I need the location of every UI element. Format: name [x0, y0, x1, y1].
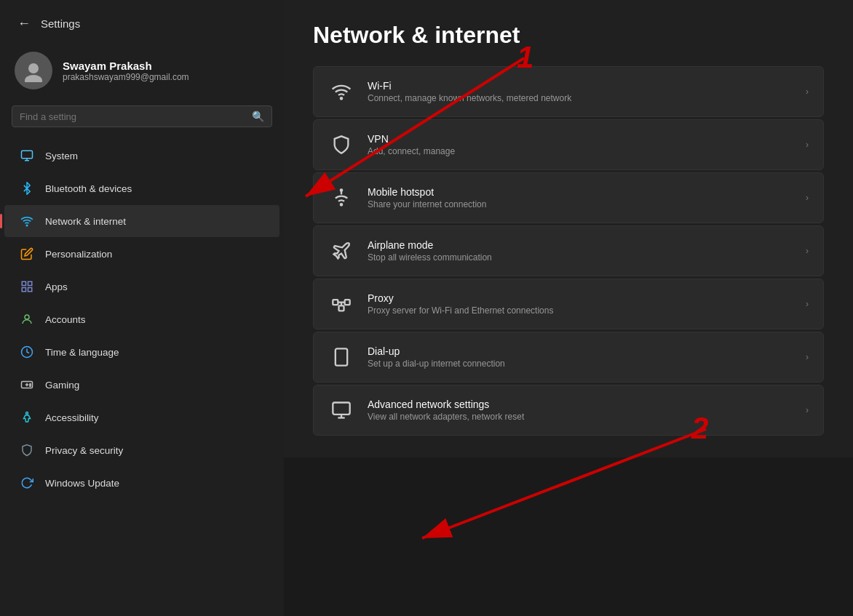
settings-item-text-wifi: Wi-FiConnect, manage known networks, met… — [368, 80, 793, 103]
settings-item-desc-mobile-hotspot: Share your internet connection — [368, 199, 793, 209]
accessibility-icon — [19, 409, 35, 425]
user-profile[interactable]: Swayam Prakash prakashswayam999@gmail.co… — [0, 41, 284, 100]
sidebar-item-label-personalization: Personalization — [45, 249, 112, 260]
chevron-right-icon: › — [806, 87, 809, 97]
settings-item-text-vpn: VPNAdd, connect, manage — [368, 133, 793, 156]
settings-item-desc-advanced-network: View all network adapters, network reset — [368, 412, 793, 422]
settings-item-title-dial-up: Dial-up — [368, 345, 793, 357]
sidebar-item-label-privacy: Privacy & security — [45, 445, 123, 456]
settings-item-airplane-mode[interactable]: Airplane modeStop all wireless communica… — [313, 225, 824, 276]
update-icon — [19, 475, 35, 491]
sidebar-item-personalization[interactable]: Personalization — [4, 238, 279, 270]
main-content: Network & internet Wi-FiConnect, manage … — [284, 0, 853, 457]
accounts-icon — [19, 311, 35, 327]
svg-rect-9 — [28, 288, 32, 292]
chevron-right-icon: › — [806, 405, 809, 415]
settings-item-title-airplane-mode: Airplane mode — [368, 239, 793, 251]
bluetooth-icon — [19, 180, 35, 196]
settings-item-title-advanced-network: Advanced network settings — [368, 399, 793, 410]
search-input[interactable] — [20, 111, 246, 122]
svg-point-1 — [25, 75, 42, 82]
sidebar-item-label-accounts: Accounts — [45, 314, 86, 325]
search-box[interactable]: 🔍 — [12, 105, 272, 127]
settings-item-title-mobile-hotspot: Mobile hotspot — [368, 186, 793, 198]
airplane-mode-icon — [328, 238, 354, 264]
settings-item-mobile-hotspot[interactable]: Mobile hotspotShare your internet connec… — [313, 172, 824, 223]
settings-item-title-wifi: Wi-Fi — [368, 80, 793, 92]
sidebar-item-label-time: Time & language — [45, 347, 119, 358]
sidebar-item-gaming[interactable]: Gaming — [4, 369, 279, 401]
settings-item-advanced-network[interactable]: Advanced network settingsView all networ… — [313, 385, 824, 436]
svg-rect-24 — [345, 300, 350, 305]
settings-item-title-proxy: Proxy — [368, 292, 793, 304]
privacy-icon — [19, 442, 35, 458]
settings-item-desc-dial-up: Set up a dial-up internet connection — [368, 359, 793, 369]
chevron-right-icon: › — [806, 352, 809, 362]
sidebar-item-bluetooth[interactable]: Bluetooth & devices — [4, 172, 279, 204]
avatar — [15, 52, 52, 89]
sidebar-item-label-network: Network & internet — [45, 216, 126, 227]
sidebar-item-privacy[interactable]: Privacy & security — [4, 434, 279, 466]
time-icon — [19, 344, 35, 360]
svg-rect-28 — [336, 348, 347, 365]
svg-point-17 — [26, 412, 28, 415]
settings-list: Wi-FiConnect, manage known networks, met… — [313, 66, 824, 436]
svg-point-0 — [28, 63, 39, 73]
svg-rect-8 — [22, 288, 25, 292]
svg-rect-6 — [22, 281, 25, 285]
svg-point-5 — [26, 225, 28, 226]
svg-point-22 — [341, 189, 342, 191]
settings-item-text-advanced-network: Advanced network settingsView all networ… — [368, 399, 793, 422]
settings-item-desc-airplane-mode: Stop all wireless communication — [368, 252, 793, 263]
sidebar-item-system[interactable]: System — [4, 140, 279, 172]
svg-point-18 — [341, 97, 342, 99]
wifi-icon — [328, 79, 354, 105]
settings-item-title-vpn: VPN — [368, 133, 793, 145]
system-icon — [19, 148, 35, 164]
chevron-right-icon: › — [806, 299, 809, 309]
back-button[interactable]: ← — [15, 13, 33, 34]
chevron-right-icon: › — [806, 140, 809, 150]
chevron-right-icon: › — [806, 246, 809, 256]
user-email: prakashswayam999@gmail.com — [63, 72, 189, 82]
svg-rect-7 — [28, 281, 32, 285]
svg-point-10 — [25, 315, 29, 319]
sidebar-item-time[interactable]: Time & language — [4, 336, 279, 368]
gaming-icon — [19, 377, 35, 393]
sidebar-item-label-update: Windows Update — [45, 478, 119, 489]
advanced-network-icon — [328, 397, 354, 423]
settings-item-text-mobile-hotspot: Mobile hotspotShare your internet connec… — [368, 186, 793, 209]
svg-rect-23 — [333, 300, 338, 305]
mobile-hotspot-icon — [328, 185, 354, 211]
sidebar-header: ← Settings — [0, 0, 284, 41]
search-icon: 🔍 — [252, 111, 264, 122]
settings-item-proxy[interactable]: ProxyProxy server for Wi-Fi and Ethernet… — [313, 279, 824, 329]
proxy-icon — [328, 291, 354, 317]
settings-item-desc-vpn: Add, connect, manage — [368, 146, 793, 156]
sidebar-item-apps[interactable]: Apps — [4, 271, 279, 303]
sidebar-item-accounts[interactable]: Accounts — [4, 303, 279, 335]
svg-point-16 — [30, 385, 31, 387]
apps-icon — [19, 279, 35, 295]
sidebar-item-network[interactable]: Network & internet — [4, 205, 279, 237]
settings-item-desc-proxy: Proxy server for Wi-Fi and Ethernet conn… — [368, 305, 793, 316]
sidebar-item-label-bluetooth: Bluetooth & devices — [45, 183, 132, 194]
svg-rect-30 — [333, 403, 349, 415]
svg-rect-2 — [22, 151, 33, 159]
svg-point-20 — [341, 204, 342, 205]
settings-item-wifi[interactable]: Wi-FiConnect, manage known networks, met… — [313, 66, 824, 117]
sidebar-item-update[interactable]: Windows Update — [4, 467, 279, 499]
personalization-icon — [19, 246, 35, 262]
user-info: Swayam Prakash prakashswayam999@gmail.co… — [63, 60, 189, 82]
sidebar-title: Settings — [41, 17, 80, 30]
settings-item-vpn[interactable]: VPNAdd, connect, manage› — [313, 119, 824, 170]
dial-up-icon — [328, 344, 354, 370]
sidebar-item-label-accessibility: Accessibility — [45, 412, 99, 423]
sidebar-item-accessibility[interactable]: Accessibility — [4, 401, 279, 433]
svg-rect-25 — [339, 305, 344, 311]
sidebar-item-label-apps: Apps — [45, 281, 68, 292]
settings-item-dial-up[interactable]: Dial-upSet up a dial-up internet connect… — [313, 332, 824, 383]
sidebar: ← Settings Swayam Prakash prakashswayam9… — [0, 0, 284, 616]
settings-item-text-proxy: ProxyProxy server for Wi-Fi and Ethernet… — [368, 292, 793, 316]
settings-item-text-airplane-mode: Airplane modeStop all wireless communica… — [368, 239, 793, 263]
